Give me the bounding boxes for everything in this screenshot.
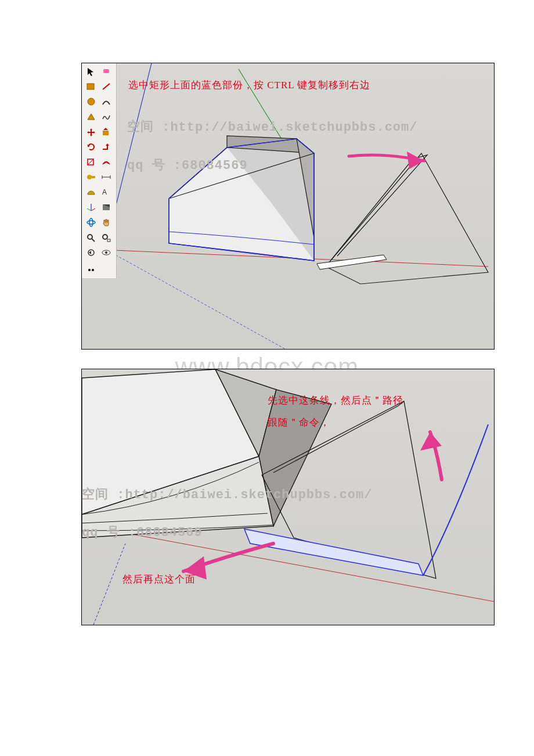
svg-point-35 — [88, 235, 92, 239]
figure-1: A 选中矩形上面的蓝色部份，按 CTRL 键复制移到右边 空间 :http://… — [81, 63, 495, 350]
annotation-2-line2: 跟随＂命令， — [268, 416, 330, 429]
svg-marker-10 — [88, 68, 93, 76]
prev-icon[interactable] — [84, 247, 98, 258]
svg-rect-12 — [87, 84, 94, 89]
text-icon[interactable]: A — [99, 186, 113, 198]
zoom-extents-icon[interactable] — [99, 232, 113, 243]
document-page: A 选中矩形上面的蓝色部份，按 CTRL 键复制移到右边 空间 :http://… — [0, 0, 534, 756]
followme-icon[interactable] — [99, 141, 113, 153]
zoom-icon[interactable] — [84, 232, 98, 243]
svg-line-36 — [92, 239, 95, 242]
svg-line-3 — [105, 249, 285, 349]
svg-point-37 — [103, 235, 107, 239]
svg-marker-50 — [420, 432, 442, 451]
polygon-icon[interactable] — [84, 111, 98, 123]
svg-line-21 — [88, 159, 93, 165]
protractor-icon[interactable] — [84, 186, 98, 198]
move-icon[interactable] — [84, 126, 98, 138]
axes-icon[interactable] — [84, 201, 98, 213]
svg-rect-16 — [103, 131, 109, 135]
eraser-icon[interactable] — [99, 66, 113, 77]
section-icon[interactable] — [99, 201, 113, 213]
svg-point-44 — [92, 269, 94, 271]
svg-marker-19 — [106, 143, 109, 146]
svg-point-43 — [88, 269, 91, 271]
pan-icon[interactable] — [99, 217, 113, 228]
select-icon[interactable] — [84, 66, 98, 77]
annotation-1: 选中矩形上面的蓝色部份，按 CTRL 键复制移到右边 — [128, 78, 370, 92]
url-line-2: 空间 :http://baiwei.sketchupbbs.com/ — [82, 485, 372, 503]
qq-line: qq 号 :68084569 — [127, 156, 248, 174]
circle-icon[interactable] — [84, 96, 98, 107]
pushpull-icon[interactable] — [99, 126, 113, 138]
rotate-icon[interactable] — [84, 141, 98, 153]
scale-icon[interactable] — [84, 156, 98, 168]
arc-icon[interactable] — [99, 96, 113, 107]
annotation-2-line1: 先选中这条线，然后点＂路径 — [268, 394, 403, 407]
qq-line-2: qq 号 :68084569 — [82, 523, 203, 541]
svg-line-30 — [91, 208, 95, 211]
svg-text:A: A — [102, 188, 107, 196]
rectangle-icon[interactable] — [84, 81, 98, 92]
svg-rect-11 — [103, 69, 109, 73]
svg-marker-40 — [89, 251, 91, 254]
walk-icon[interactable] — [84, 262, 98, 273]
orbit-icon[interactable] — [84, 217, 98, 228]
svg-marker-15 — [88, 114, 95, 120]
sketchup-viewport-2: 先选中这条线，然后点＂路径 跟随＂命令， 然后再点这个面 空间 :http://… — [82, 369, 494, 625]
tape-icon[interactable] — [84, 171, 98, 183]
svg-rect-23 — [89, 176, 95, 178]
url-line: 空间 :http://baiwei.sketchupbbs.com/ — [127, 118, 417, 135]
svg-point-42 — [105, 251, 107, 254]
svg-point-14 — [88, 98, 95, 105]
svg-point-34 — [89, 218, 93, 226]
freehand-icon[interactable] — [99, 111, 113, 123]
figure-2: 先选中这条线，然后点＂路径 跟随＂命令， 然后再点这个面 空间 :http://… — [81, 369, 495, 625]
dimension-icon[interactable] — [99, 171, 113, 183]
svg-line-29 — [87, 208, 91, 211]
svg-marker-17 — [103, 128, 108, 130]
svg-point-33 — [87, 221, 95, 224]
scene-drawing — [82, 63, 494, 349]
next-icon[interactable] — [99, 247, 113, 258]
offset-icon[interactable] — [99, 156, 113, 168]
line-icon[interactable] — [99, 81, 113, 92]
toolbar-left: A — [82, 63, 117, 278]
sketchup-viewport: A 选中矩形上面的蓝色部份，按 CTRL 键复制移到右边 空间 :http://… — [82, 63, 494, 349]
annotation-3: 然后再点这个面 — [122, 573, 196, 586]
svg-rect-38 — [107, 239, 110, 242]
svg-line-13 — [103, 84, 110, 89]
